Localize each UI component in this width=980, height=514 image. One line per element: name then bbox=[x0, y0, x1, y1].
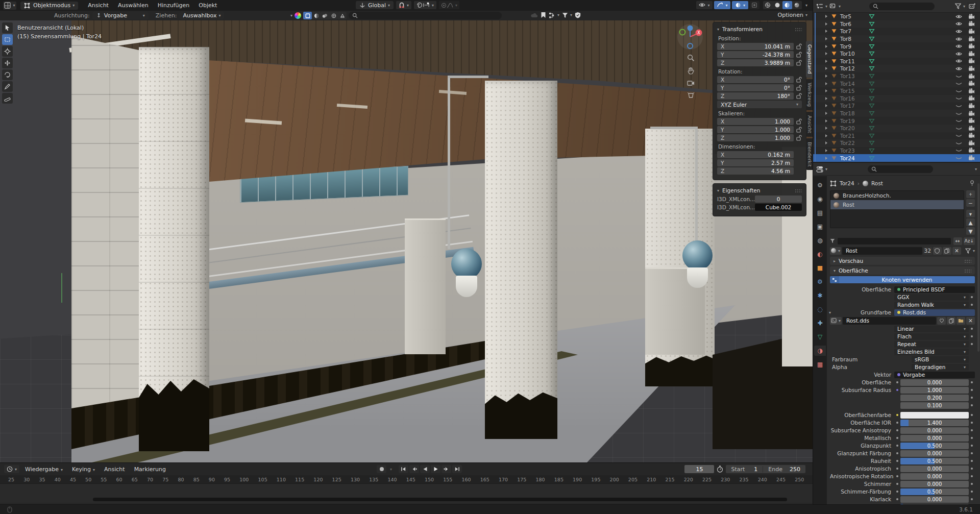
add-slot-button[interactable]: ＋ bbox=[966, 190, 975, 198]
disclosure-triangle-icon[interactable] bbox=[825, 75, 827, 78]
tool-tweak[interactable] bbox=[2, 22, 13, 33]
eye-open-icon[interactable] bbox=[955, 59, 962, 63]
material-slot-row[interactable]: BraunesHolzhoch. bbox=[830, 191, 964, 200]
vector-field[interactable]: Vorgabe bbox=[894, 372, 975, 378]
image-name-field[interactable]: Rost.dds bbox=[843, 317, 936, 325]
decorator-dot-icon[interactable] bbox=[971, 491, 973, 493]
axis-value-field[interactable]: X1.000 bbox=[717, 118, 794, 125]
value-slider[interactable]: 0.000 bbox=[900, 435, 969, 442]
menu-item[interactable]: Objekt bbox=[194, 2, 222, 9]
properties-tab[interactable]: ▤ bbox=[814, 208, 826, 218]
unlink-x-icon[interactable]: ✕ bbox=[952, 247, 961, 255]
outliner-sync-dropdown[interactable]: ▾ bbox=[549, 12, 559, 18]
decorator-dot-icon[interactable] bbox=[971, 475, 973, 477]
outliner-row[interactable]: Tor5 bbox=[813, 13, 980, 20]
camera-disable-icon[interactable] bbox=[968, 118, 975, 124]
properties-editor-type-button[interactable]: ▾ bbox=[816, 166, 827, 173]
panel-grip-icon[interactable] bbox=[795, 189, 802, 192]
properties-tab[interactable]: ◉ bbox=[814, 194, 826, 204]
outliner-row[interactable]: Tor23 bbox=[813, 147, 980, 155]
axis-value-field[interactable]: Z1.000 bbox=[717, 134, 794, 141]
axis-value-field[interactable]: Z3.9889 m bbox=[717, 59, 794, 66]
value-slider[interactable]: 0.000 bbox=[900, 450, 969, 457]
shading-dropdown-icon[interactable]: ▾ bbox=[805, 3, 807, 8]
decorator-dot-icon[interactable] bbox=[971, 437, 973, 439]
eye-open-icon[interactable] bbox=[955, 37, 962, 41]
move-slot-up-button[interactable]: ▲ bbox=[966, 218, 975, 226]
radius-field-3[interactable]: 0.100 bbox=[900, 402, 969, 409]
outliner-row[interactable]: Tor17 bbox=[813, 102, 980, 110]
jump-to-start-button[interactable] bbox=[399, 465, 408, 473]
mini-globe-icon[interactable] bbox=[329, 12, 338, 19]
radius-field-2[interactable]: 0.200 bbox=[900, 395, 969, 401]
timeline-menu-item[interactable]: Markierung▾ bbox=[130, 466, 170, 473]
eye-closed-icon[interactable] bbox=[955, 126, 962, 131]
decorator-dot-icon[interactable] bbox=[971, 498, 973, 500]
mini-sphere-icon[interactable] bbox=[312, 12, 321, 19]
browse-material-dropdown[interactable]: ▾ bbox=[830, 247, 841, 255]
decorator-dot-icon[interactable] bbox=[971, 452, 973, 454]
value-slider[interactable]: 1.400 bbox=[900, 420, 969, 426]
decorator-dot-icon[interactable] bbox=[971, 460, 973, 462]
outliner-filter-type-dropdown[interactable]: ▾ bbox=[829, 3, 841, 10]
xray-toggle-dropdown[interactable]: ▾ bbox=[732, 1, 748, 9]
shading-rendered-button[interactable] bbox=[792, 1, 802, 9]
value-slider[interactable]: 0.000 bbox=[900, 473, 969, 480]
disclosure-triangle-icon[interactable] bbox=[825, 52, 827, 55]
image-setting-dropdown[interactable]: Linear▾ bbox=[894, 326, 969, 332]
value-slider[interactable]: 0.000 bbox=[900, 481, 969, 487]
navigation-gizmo[interactable]: X bbox=[677, 23, 703, 50]
outliner-row[interactable]: Tor7 bbox=[813, 28, 980, 35]
3d-viewport[interactable]: Benutzeransicht (Lokal) (15) Szenensamml… bbox=[0, 20, 813, 462]
eye-closed-icon[interactable] bbox=[955, 156, 962, 160]
value-slider[interactable]: 0.000 bbox=[900, 496, 969, 503]
rotation-mode-dropdown[interactable]: XYZ Euler▾ bbox=[717, 101, 802, 108]
custom-properties-header[interactable]: ▾Eigenschaften bbox=[717, 186, 802, 194]
zoom-icon[interactable] bbox=[687, 54, 695, 62]
axis-value-field[interactable]: Y2.57 m bbox=[717, 159, 794, 166]
outliner-row[interactable]: Tor20 bbox=[813, 125, 980, 132]
snap-dropdown[interactable]: ▾ bbox=[396, 1, 411, 9]
outliner-display-mode-dropdown[interactable]: ▾ bbox=[816, 3, 827, 10]
lock-icon[interactable] bbox=[794, 77, 802, 83]
camera-disable-icon[interactable] bbox=[968, 88, 975, 94]
disclosure-triangle-icon[interactable] bbox=[825, 149, 827, 152]
play-reverse-button[interactable] bbox=[420, 465, 430, 473]
custom-prop-value-field[interactable]: Cube.002 bbox=[755, 204, 802, 211]
outliner-row[interactable]: Tor14 bbox=[813, 80, 980, 87]
eye-closed-icon[interactable] bbox=[955, 104, 962, 108]
pan-hand-icon[interactable] bbox=[687, 67, 695, 75]
unlink-x-icon[interactable]: ✕ bbox=[966, 317, 975, 325]
camera-disable-icon[interactable] bbox=[968, 155, 975, 161]
outliner-row[interactable]: Tor11 bbox=[813, 58, 980, 65]
lock-icon[interactable] bbox=[794, 43, 802, 50]
pin-icon[interactable] bbox=[969, 180, 975, 186]
mini-brush-icon[interactable] bbox=[338, 12, 347, 19]
camera-disable-icon[interactable] bbox=[968, 43, 975, 49]
value-slider[interactable]: 0.500 bbox=[900, 488, 969, 495]
lock-icon[interactable] bbox=[794, 118, 802, 125]
properties-tab[interactable]: ◍ bbox=[814, 235, 826, 246]
expand-texture-icon[interactable]: ▾ bbox=[829, 310, 831, 315]
remove-slot-button[interactable]: − bbox=[966, 199, 975, 207]
disclosure-triangle-icon[interactable] bbox=[825, 134, 827, 137]
move-slot-down-button[interactable]: ▼ bbox=[966, 227, 975, 235]
decorator-dot-icon[interactable] bbox=[971, 381, 973, 383]
copy-image-icon[interactable] bbox=[947, 317, 955, 325]
sort-alpha-button[interactable]: Az↓ bbox=[964, 237, 975, 245]
tool-annotate[interactable] bbox=[2, 81, 13, 92]
properties-search-input[interactable] bbox=[868, 165, 933, 173]
properties-tab[interactable]: ▽ bbox=[814, 332, 826, 342]
chevron-down-icon[interactable]: ▾ bbox=[290, 13, 292, 18]
eye-open-icon[interactable] bbox=[955, 44, 962, 48]
users-count-button[interactable]: 32 bbox=[923, 247, 932, 255]
disclosure-triangle-icon[interactable] bbox=[825, 141, 827, 144]
camera-disable-icon[interactable] bbox=[968, 74, 975, 79]
tool-rotate[interactable] bbox=[2, 69, 13, 80]
axis-value-field[interactable]: X0.162 m bbox=[717, 151, 794, 158]
method-dropdown[interactable]: GGX▾ bbox=[894, 294, 969, 301]
proportional-editing-button[interactable]: ▾ bbox=[414, 1, 436, 9]
eye-closed-icon[interactable] bbox=[955, 148, 962, 153]
shading-material-preview-button[interactable] bbox=[782, 1, 792, 9]
image-setting-dropdown[interactable]: Flach▾ bbox=[894, 333, 969, 340]
